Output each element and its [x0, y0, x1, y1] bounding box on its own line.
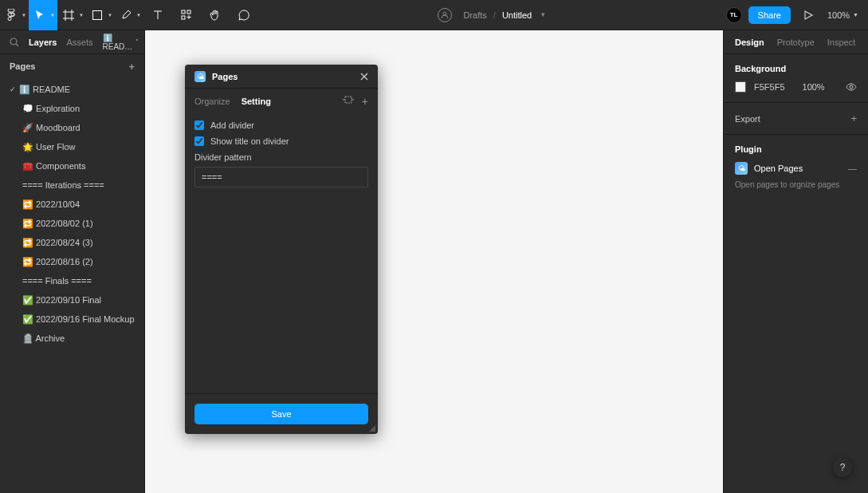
shape-tool-button[interactable]: ▼	[86, 0, 115, 30]
chevron-up-icon: ˄	[136, 39, 139, 45]
resize-handle[interactable]	[368, 424, 376, 432]
left-panel-tabs: Layers Assets ℹ️ READ… ˄	[0, 30, 144, 54]
page-item[interactable]: ==== Finals ====	[0, 271, 144, 290]
page-item[interactable]: 🚀 Moodboard	[0, 118, 144, 137]
owner-avatar[interactable]	[438, 8, 452, 22]
plugin-row[interactable]: 🌤 Open Pages —	[735, 162, 857, 175]
chevron-down-icon: ▼	[108, 13, 112, 18]
show-title-checkbox-row[interactable]: Show title on divider	[194, 136, 368, 146]
svg-point-5	[443, 12, 446, 15]
chevron-down-icon: ▼	[50, 13, 55, 18]
color-opacity[interactable]: 100%	[803, 82, 825, 92]
color-swatch[interactable]	[735, 81, 746, 93]
help-button[interactable]: ?	[833, 458, 852, 477]
text-tool-button[interactable]	[143, 0, 172, 30]
tab-organize[interactable]: Organize	[194, 97, 230, 106]
color-hex[interactable]: F5F5F5	[754, 82, 785, 92]
modal-header[interactable]: 🌤 Pages	[185, 65, 378, 89]
page-item[interactable]: 🔁 2022/08/02 (1)	[0, 214, 144, 233]
plugin-icon: 🌤	[194, 71, 206, 82]
tab-layers[interactable]: Layers	[29, 37, 57, 47]
chevron-down-icon: ▼	[853, 12, 858, 18]
frame-tool-button[interactable]: ▼	[57, 0, 86, 30]
page-item[interactable]: ✅ 2022/09/10 Final	[0, 290, 144, 310]
page-item[interactable]: ==== Iterations ====	[0, 176, 144, 195]
plugin-title: Plugin	[735, 144, 857, 154]
chevron-down-icon: ▼	[79, 13, 84, 18]
pages-plugin-modal: 🌤 Pages Organize Setting + Add divider S…	[185, 65, 378, 434]
show-title-checkbox[interactable]	[194, 136, 204, 146]
text-icon	[153, 10, 163, 20]
svg-point-0	[11, 13, 14, 16]
modal-body: Add divider Show title on divider Divide…	[185, 114, 378, 393]
tab-setting[interactable]: Setting	[242, 97, 271, 106]
page-selector-chip[interactable]: ℹ️ READ… ˄	[103, 34, 139, 51]
tab-design[interactable]: Design	[735, 37, 764, 47]
tab-inspect[interactable]: Inspect	[827, 37, 855, 47]
zoom-value: 100%	[827, 10, 850, 20]
plugin-description: Open pages to orgnize pages	[735, 179, 857, 191]
page-item[interactable]: 🔁 2022/10/04	[0, 195, 144, 214]
hand-tool-button[interactable]	[201, 0, 230, 30]
svg-point-7	[850, 85, 853, 89]
chevron-down-icon[interactable]: ▼	[540, 11, 546, 18]
page-item[interactable]: 🧰 Components	[0, 156, 144, 176]
save-button[interactable]: Save	[194, 404, 368, 424]
collapse-plugin-button[interactable]: —	[848, 164, 857, 173]
page-item[interactable]: 🌟 User Flow	[0, 137, 144, 156]
zoom-dropdown[interactable]: 100% ▼	[827, 10, 858, 20]
grid-plus-icon	[181, 10, 192, 21]
export-section: Export +	[724, 103, 868, 135]
chevron-down-icon: ▼	[136, 13, 141, 18]
breadcrumb: Drafts / Untitled ▼	[438, 8, 546, 22]
page-selector-label: ℹ️ READ…	[103, 34, 133, 51]
plugin-name: Open Pages	[754, 164, 803, 173]
right-panel: Design Prototype Inspect Background F5F5…	[723, 30, 868, 493]
page-item[interactable]: ℹ️ README	[0, 80, 144, 99]
background-color-row[interactable]: F5F5F5 100%	[735, 81, 857, 93]
background-title: Background	[735, 64, 857, 73]
resources-button[interactable]	[172, 0, 201, 30]
close-button[interactable]	[360, 73, 368, 81]
search-icon[interactable]	[10, 37, 19, 47]
pen-tool-button[interactable]: ▼	[115, 0, 143, 30]
pen-icon	[121, 10, 132, 20]
svg-rect-1	[93, 10, 102, 19]
eye-icon[interactable]	[846, 83, 857, 91]
add-page-button[interactable]: +	[128, 61, 135, 73]
pages-list: ℹ️ README💭 Exploration🚀 Moodboard🌟 User …	[0, 78, 144, 493]
frame-icon	[63, 10, 74, 21]
page-item[interactable]: 🔁 2022/08/16 (2)	[0, 252, 144, 271]
svg-rect-8	[345, 97, 352, 103]
move-tool-button[interactable]: ▼	[29, 0, 57, 30]
present-button[interactable]	[797, 0, 821, 30]
comment-icon	[238, 10, 249, 21]
user-icon	[441, 11, 449, 19]
add-divider-checkbox[interactable]	[194, 120, 204, 130]
add-divider-checkbox-row[interactable]: Add divider	[194, 120, 368, 130]
main-toolbar: ▼ ▼ ▼ ▼ ▼	[0, 0, 868, 30]
share-button[interactable]: Share	[748, 6, 791, 24]
divider-pattern-input[interactable]	[194, 167, 368, 187]
breadcrumb-parent[interactable]: Drafts	[463, 10, 486, 20]
avatar-badge[interactable]: TL	[726, 7, 742, 23]
add-export-button[interactable]: +	[850, 112, 857, 124]
page-item[interactable]: 🪦 Archive	[0, 329, 144, 348]
modal-footer: Save	[185, 393, 378, 434]
page-item[interactable]: ✅ 2022/09/16 Final Mockup	[0, 310, 144, 329]
modal-tabs: Organize Setting +	[185, 89, 378, 114]
hand-icon	[210, 10, 221, 21]
page-item[interactable]: 🔁 2022/08/24 (3)	[0, 233, 144, 252]
add-button[interactable]: +	[362, 95, 368, 108]
page-item[interactable]: 💭 Exploration	[0, 99, 144, 118]
tab-prototype[interactable]: Prototype	[777, 37, 815, 47]
modal-title: Pages	[212, 72, 238, 81]
fit-icon[interactable]	[343, 95, 354, 108]
comment-tool-button[interactable]	[230, 0, 258, 30]
divider-pattern-label: Divider pattern	[194, 152, 368, 162]
tab-assets[interactable]: Assets	[66, 37, 92, 47]
svg-rect-2	[182, 10, 185, 14]
figma-logo-icon	[6, 9, 16, 22]
menu-button[interactable]: ▼	[0, 0, 29, 30]
breadcrumb-file[interactable]: Untitled	[502, 10, 532, 20]
